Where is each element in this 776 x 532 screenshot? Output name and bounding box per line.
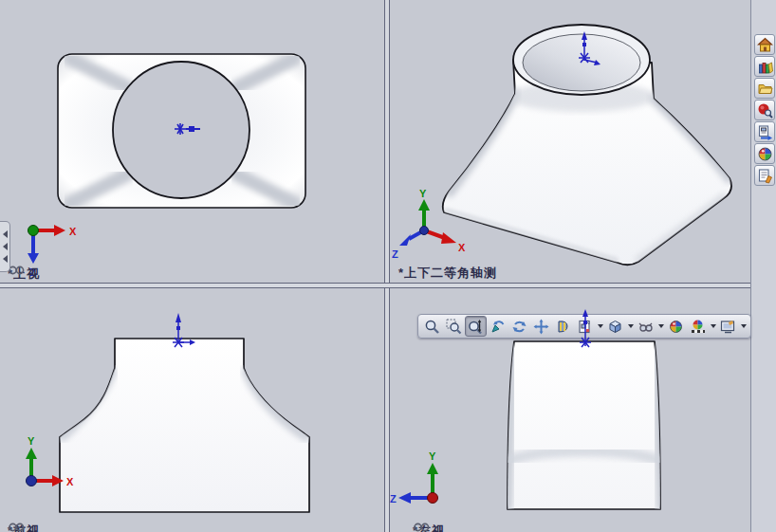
origin-marker — [173, 313, 195, 347]
view-settings-dropdown[interactable] — [739, 316, 748, 337]
view-label-top: *上视 — [8, 266, 40, 283]
hide-show-items-icon[interactable] — [635, 316, 656, 337]
section-view-icon[interactable] — [552, 316, 574, 337]
edit-appearance-icon[interactable] — [665, 316, 687, 337]
display-style-icon[interactable] — [604, 316, 626, 337]
zoom-in-out-icon[interactable] — [465, 316, 487, 337]
axis-y-label: Y — [419, 188, 427, 199]
chevron-left-icon — [3, 255, 8, 263]
rotate-view-icon[interactable] — [487, 316, 508, 337]
origin-marker — [572, 303, 600, 353]
zoom-to-fit-icon[interactable] — [421, 316, 443, 337]
collapsed-panel-tab[interactable] — [0, 221, 10, 272]
solidworks-resources-icon[interactable] — [754, 34, 775, 55]
horizontal-viewport-splitter[interactable] — [0, 283, 750, 288]
display-style-dropdown[interactable] — [626, 316, 635, 337]
zoom-to-area-icon[interactable] — [443, 316, 465, 337]
triad-left-view: Y Z — [390, 450, 438, 504]
viewport-isometric[interactable]: Y X Z *上下二等角轴测 — [390, 0, 750, 283]
model-isometric: Y X Z — [390, 0, 750, 283]
axis-x-label: X — [458, 242, 466, 253]
pan-icon[interactable] — [530, 316, 552, 337]
apply-scene-dropdown[interactable] — [709, 316, 717, 337]
design-library-icon[interactable] — [754, 56, 775, 77]
axis-z-label: Z — [390, 493, 397, 504]
previous-view-icon[interactable] — [508, 316, 530, 337]
hide-show-items-dropdown[interactable] — [656, 316, 665, 337]
graphics-area: X Z *上视 — [0, 0, 776, 532]
view-label-front: *前视 — [8, 523, 40, 532]
linked-views-icon — [413, 523, 431, 532]
task-pane-strip — [750, 0, 776, 532]
file-explorer-icon[interactable] — [754, 78, 775, 99]
chevron-left-icon — [3, 243, 8, 250]
axis-x-label: X — [66, 476, 74, 487]
axis-y-label: Y — [28, 435, 35, 447]
axis-y-label: Y — [429, 450, 436, 462]
chevron-left-icon — [3, 230, 8, 238]
view-palette-icon[interactable] — [754, 121, 775, 142]
solidworks-search-icon[interactable] — [754, 100, 775, 120]
viewport-top-view[interactable]: X Z *上视 — [0, 0, 384, 283]
viewport-front-view[interactable]: Y X *前视 — [0, 288, 384, 532]
model-front-view: Y X — [0, 288, 384, 532]
model-top-view: X Z — [0, 0, 384, 283]
appearances-scenes-icon[interactable] — [754, 143, 775, 164]
linked-views-icon — [8, 523, 26, 532]
view-label-isometric: *上下二等角轴测 — [398, 265, 497, 282]
apply-scene-icon[interactable] — [687, 316, 709, 337]
vertical-viewport-splitter[interactable] — [384, 0, 390, 532]
view-label-left: *左视 — [413, 523, 445, 532]
axis-z-label: Z — [392, 248, 398, 260]
view-settings-icon[interactable] — [717, 316, 739, 337]
custom-properties-icon[interactable] — [754, 165, 775, 186]
axis-x-label: X — [69, 226, 77, 237]
